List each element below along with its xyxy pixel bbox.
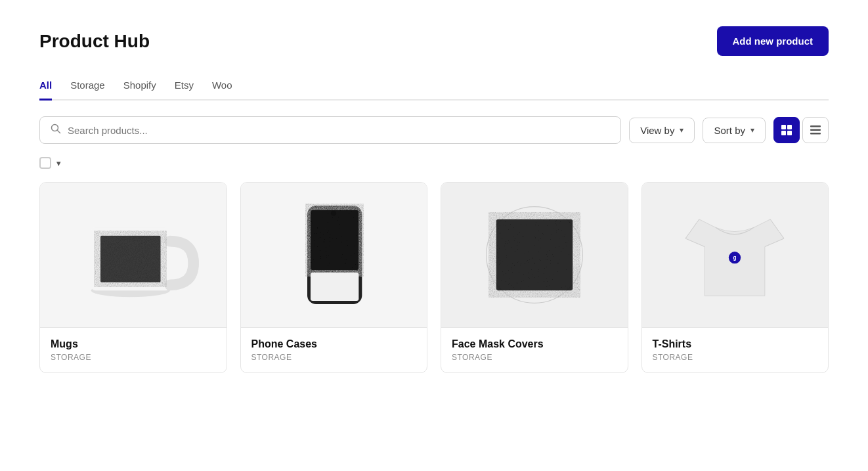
product-name-tshirt: T-Shirts: [653, 338, 818, 350]
page-header: Product Hub Add new product: [39, 26, 829, 56]
svg-rect-11: [100, 236, 161, 282]
product-card-tshirt[interactable]: g T-Shirts STORAGE: [641, 182, 829, 373]
product-source-mugs: STORAGE: [51, 353, 216, 362]
product-image-mugs: [40, 183, 227, 327]
product-info-mugs: Mugs STORAGE: [40, 327, 227, 372]
product-name-mask: Face Mask Covers: [452, 338, 617, 350]
tab-shopify[interactable]: Shopify: [123, 74, 156, 101]
search-bar[interactable]: [39, 116, 621, 144]
product-name-phone: Phone Cases: [251, 338, 417, 350]
svg-rect-5: [787, 131, 792, 135]
product-info-mask: Face Mask Covers STORAGE: [441, 327, 628, 372]
tab-woo[interactable]: Woo: [212, 74, 232, 101]
toolbar: View by ▾ Sort by ▾: [39, 116, 829, 144]
sort-by-label: Sort by: [714, 125, 745, 136]
product-source-mask: STORAGE: [452, 353, 617, 362]
svg-rect-19: [496, 219, 573, 290]
select-chevron-icon[interactable]: ▾: [56, 158, 61, 168]
svg-rect-7: [810, 129, 821, 131]
page-title: Product Hub: [39, 31, 150, 52]
product-image-phone: [241, 183, 427, 327]
search-input[interactable]: [68, 125, 610, 136]
svg-rect-4: [781, 131, 786, 135]
view-by-label: View by: [640, 125, 674, 136]
chevron-down-icon: ▾: [750, 125, 754, 135]
view-by-dropdown[interactable]: View by ▾: [629, 118, 695, 143]
product-image-tshirt: g: [642, 183, 829, 327]
product-card-mask[interactable]: Face Mask Covers STORAGE: [441, 182, 628, 373]
add-product-button[interactable]: Add new product: [717, 26, 829, 56]
tab-etsy[interactable]: Etsy: [175, 74, 194, 101]
product-name-mugs: Mugs: [51, 338, 216, 350]
chevron-down-icon: ▾: [680, 125, 684, 135]
product-card-mugs[interactable]: Mugs STORAGE: [39, 182, 227, 373]
select-row: ▾: [39, 157, 829, 169]
tab-storage[interactable]: Storage: [70, 74, 105, 101]
product-image-mask: [441, 183, 628, 327]
svg-rect-8: [810, 133, 821, 135]
svg-line-1: [58, 131, 60, 133]
select-all-checkbox[interactable]: [39, 157, 51, 169]
svg-rect-15: [311, 273, 358, 301]
product-info-phone: Phone Cases STORAGE: [241, 327, 427, 372]
grid-view-button[interactable]: [773, 117, 800, 143]
search-icon: [51, 123, 61, 137]
tabs-bar: All Storage Shopify Etsy Woo: [39, 74, 829, 101]
view-toggle: [773, 117, 829, 143]
product-source-phone: STORAGE: [251, 353, 417, 362]
product-source-tshirt: STORAGE: [653, 353, 818, 362]
svg-rect-2: [781, 125, 786, 129]
svg-text:g: g: [733, 255, 737, 261]
list-view-button[interactable]: [802, 117, 829, 143]
svg-rect-3: [787, 125, 792, 129]
sort-by-dropdown[interactable]: Sort by ▾: [703, 118, 766, 143]
svg-rect-14: [311, 210, 358, 271]
svg-point-16: [331, 211, 336, 216]
svg-rect-6: [810, 125, 821, 127]
tab-all[interactable]: All: [39, 74, 52, 101]
product-info-tshirt: T-Shirts STORAGE: [642, 327, 829, 372]
product-grid: Mugs STORAGE: [39, 182, 829, 373]
product-card-phone[interactable]: Phone Cases STORAGE: [240, 182, 428, 373]
